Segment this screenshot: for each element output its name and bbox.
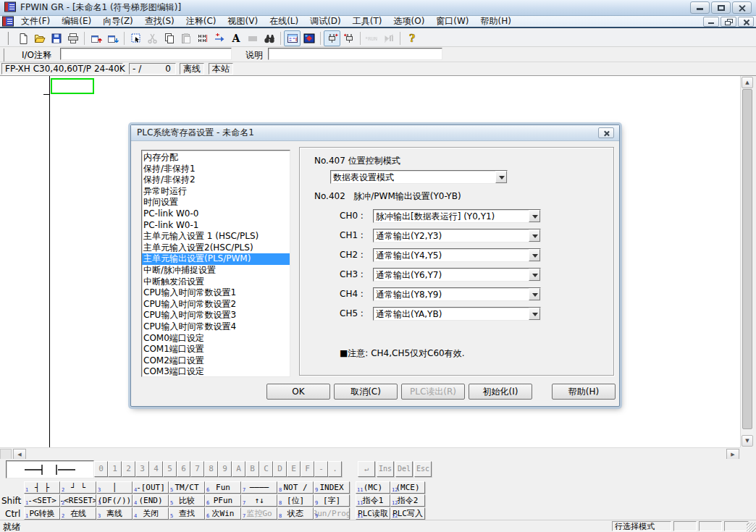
fkey-ctrl-f8[interactable]: 8状态 bbox=[277, 507, 314, 520]
register-list-item[interactable]: 保持/非保持2 bbox=[142, 174, 290, 186]
screen-display-button[interactable] bbox=[301, 30, 317, 46]
save-file-button[interactable] bbox=[48, 30, 64, 46]
fkey-f6[interactable]: 6Fun bbox=[205, 481, 241, 494]
register-list-item[interactable]: COM1端口设置 bbox=[142, 344, 290, 355]
fkey-ctrl-f1[interactable]: 1PG转换 bbox=[24, 507, 60, 520]
register-list-item[interactable]: 主单元输入设置2(HSC/PLS) bbox=[142, 242, 290, 254]
mdi-minimize-button[interactable] bbox=[703, 17, 719, 27]
scroll-down-icon[interactable]: ▼ bbox=[742, 435, 753, 447]
fkey-f3[interactable]: 3│ bbox=[96, 481, 133, 494]
help-button[interactable]: ? bbox=[403, 30, 420, 46]
menu-item-v[interactable]: 视图(V) bbox=[222, 15, 264, 27]
fkey-shift-f6[interactable]: 6PFun bbox=[205, 494, 241, 507]
mdi-restore-button[interactable] bbox=[721, 17, 736, 27]
fkey-shift-f1[interactable]: 1-<SET> bbox=[24, 494, 60, 507]
register-list-item[interactable]: CPU输入时间常数设置1 bbox=[142, 287, 290, 299]
register-list-item[interactable]: CPU输入时间常数设置2 bbox=[142, 299, 290, 311]
menu-item-l[interactable]: 在线(L) bbox=[264, 15, 304, 27]
ch0-output-select[interactable]: 脉冲输出[数据表运行] (Y0,Y1) bbox=[373, 209, 541, 223]
copy-button[interactable] bbox=[161, 30, 177, 46]
help-button[interactable]: 帮助(H) bbox=[552, 384, 616, 400]
fkey-shift-f7[interactable]: 7↑↓ bbox=[241, 494, 277, 507]
menu-item-f[interactable]: 文件(F) bbox=[15, 15, 56, 27]
select-window-button[interactable] bbox=[127, 30, 144, 46]
register-list-item[interactable]: PC-link W0-0 bbox=[142, 208, 290, 220]
chevron-down-icon[interactable] bbox=[529, 210, 540, 222]
ladder-monitor-button[interactable] bbox=[284, 30, 301, 46]
register-list-item[interactable]: 中断/脉冲捕捉设置 bbox=[142, 265, 290, 276]
fkey-shift-f4[interactable]: 4(END) bbox=[133, 494, 169, 507]
fkey-shift-f5[interactable]: 5比较 bbox=[169, 494, 205, 507]
ch4-output-select[interactable]: 通常输出(Y8,Y9) bbox=[373, 287, 541, 301]
initialize-button[interactable]: 初始化(I) bbox=[469, 384, 532, 400]
ch3-output-select[interactable]: 通常输出(Y6,Y7) bbox=[373, 268, 541, 282]
chevron-down-icon[interactable] bbox=[529, 288, 540, 300]
menu-item-h[interactable]: 帮助(H) bbox=[475, 15, 517, 27]
splitter-box[interactable] bbox=[0, 449, 12, 460]
minimize-button[interactable] bbox=[690, 1, 710, 14]
fkey-shift-f3[interactable]: 3(DF(/)) bbox=[96, 494, 133, 507]
chevron-down-icon[interactable] bbox=[529, 269, 540, 281]
menu-item-d[interactable]: 调试(D) bbox=[304, 15, 347, 27]
register-list-item[interactable]: CPU输入时间常数设置3 bbox=[142, 310, 290, 321]
vertical-scrollbar[interactable]: ▲ ▼ bbox=[740, 76, 753, 447]
dialog-close-button[interactable] bbox=[598, 127, 614, 138]
description-input[interactable] bbox=[268, 48, 442, 60]
cancel-button[interactable]: 取消(C) bbox=[334, 384, 398, 400]
horizontal-scrollbar[interactable]: ◀ ▶ bbox=[0, 447, 740, 460]
close-button[interactable] bbox=[732, 1, 752, 14]
scroll-left-icon[interactable]: ◀ bbox=[13, 449, 26, 460]
register-list-item[interactable]: COM2端口设置 bbox=[142, 355, 290, 367]
fkey-f4[interactable]: 4-[OUT] bbox=[133, 481, 169, 494]
open-file-button[interactable] bbox=[31, 30, 48, 46]
ok-button[interactable]: OK bbox=[266, 384, 330, 400]
register-list-item[interactable]: 主单元输出设置(PLS/PWM) bbox=[142, 253, 290, 265]
new-file-button[interactable] bbox=[14, 30, 31, 46]
contact-grid-button[interactable] bbox=[194, 30, 211, 46]
maximize-button[interactable] bbox=[711, 1, 731, 14]
chevron-down-icon[interactable] bbox=[529, 249, 540, 261]
fkey-f7[interactable]: 7──── bbox=[241, 481, 277, 494]
vertical-scroll-thumb[interactable] bbox=[742, 89, 752, 429]
fkey-ctrl-f5[interactable]: 5查找 bbox=[169, 507, 205, 520]
fkey-f2[interactable]: 2┘ └ bbox=[60, 481, 96, 494]
chevron-down-icon[interactable] bbox=[529, 229, 540, 242]
ch5-output-select[interactable]: 通常输出(YA,YB) bbox=[373, 307, 541, 321]
menu-item-s[interactable]: 查找(S) bbox=[139, 15, 180, 27]
fkey-shift-f12[interactable]: 12指令2 bbox=[390, 494, 425, 507]
io-comment-input[interactable] bbox=[60, 48, 232, 60]
register-list-item[interactable]: 内存分配 bbox=[142, 152, 290, 164]
register-list-item[interactable]: PC-link W0-1 bbox=[142, 220, 290, 232]
fkey-f8[interactable]: 8NOT / bbox=[277, 481, 314, 494]
print-button[interactable] bbox=[64, 30, 81, 46]
fkey-ctrl-f6[interactable]: 6次Win bbox=[205, 507, 241, 520]
fkey-f1[interactable]: 1┤ ├ bbox=[24, 481, 60, 494]
find-button[interactable] bbox=[261, 30, 277, 46]
resize-grip[interactable] bbox=[747, 523, 756, 532]
menu-item-o[interactable]: 选项(O) bbox=[388, 15, 431, 27]
fkey-f9[interactable]: 9INDEX bbox=[314, 481, 350, 494]
fkey-ctrl-f2[interactable]: 2在线 bbox=[60, 507, 96, 520]
register-category-list[interactable]: 内存分配保持/非保持1保持/非保持2异常时运行时间设置PC-link W0-0P… bbox=[141, 150, 290, 377]
register-list-item[interactable]: 主单元输入设置 1 (HSC/PLS) bbox=[142, 231, 290, 242]
text-comment-button[interactable]: A bbox=[227, 30, 244, 46]
register-list-item[interactable]: 中断触发沿设置 bbox=[142, 276, 290, 288]
register-list-item[interactable]: 时间设置 bbox=[142, 197, 290, 208]
scroll-right-icon[interactable]: ▶ bbox=[726, 449, 739, 460]
menu-item-z[interactable]: 向导(Z) bbox=[97, 15, 139, 27]
fkey-shift-f8[interactable]: 8[位] bbox=[277, 494, 314, 507]
position-control-mode-select[interactable]: 数据表设置模式 bbox=[330, 170, 508, 184]
register-list-item[interactable]: 保持/非保持1 bbox=[142, 164, 290, 175]
fkey-ctrl-f11[interactable]: 11PLC读取 bbox=[356, 507, 390, 520]
jump-step-button[interactable] bbox=[211, 30, 227, 46]
scroll-up-icon[interactable]: ▲ bbox=[742, 77, 753, 88]
fkey-ctrl-f3[interactable]: 3离线 bbox=[96, 507, 133, 520]
ch2-output-select[interactable]: 通常输出(Y4,Y5) bbox=[373, 248, 541, 262]
menu-item-t[interactable]: 工具(T) bbox=[347, 15, 388, 27]
menu-item-e[interactable]: 编辑(E) bbox=[56, 15, 97, 27]
register-list-item[interactable]: COM0端口设定 bbox=[142, 333, 290, 345]
fkey-ctrl-f4[interactable]: 4关闭 bbox=[133, 507, 169, 520]
fkey-shift-f2[interactable]: 2-<RESET> bbox=[60, 494, 96, 507]
mdi-close-button[interactable] bbox=[738, 17, 754, 27]
register-list-item[interactable]: COM3端口设定 bbox=[142, 366, 290, 377]
